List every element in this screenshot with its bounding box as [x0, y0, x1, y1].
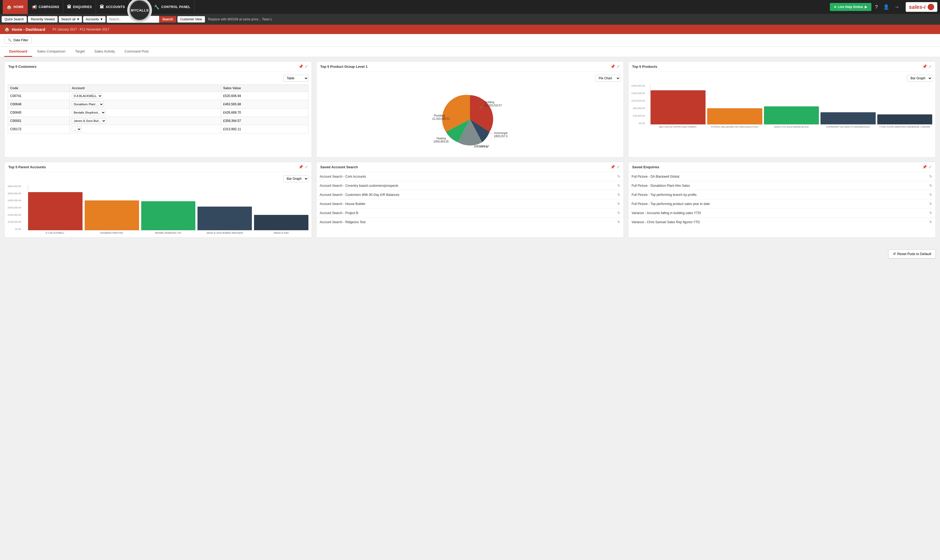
tab-target[interactable]: Target	[70, 47, 89, 57]
breadcrumb-date: P1 January 2017 - P11 November 2017	[52, 28, 109, 31]
customers-table: Code Account Sales Value C00741 D A BLAC…	[8, 85, 308, 134]
search-go-button[interactable]: Search	[159, 16, 176, 23]
panel-saved-enquiries-title: Saved Enquiries	[632, 165, 659, 169]
promo-text: Replace with 800339 at same price... Tea…	[208, 17, 272, 21]
controlpanel-icon: 🔧	[154, 5, 160, 10]
user-button[interactable]: 👤	[882, 2, 891, 12]
arrow-button[interactable]: →	[893, 3, 901, 12]
product-chart-selector[interactable]: Pie Chart Bar Graph	[595, 75, 620, 82]
list-item[interactable]: Full Picture - Donaldson Plant Hire Sale…	[628, 181, 935, 190]
panel-top5-customers-pin[interactable]: 📌	[298, 64, 303, 69]
recently-viewed-button[interactable]: Recently Viewed	[28, 16, 58, 23]
account-dropdown[interactable]: James & Sons Buil...	[72, 118, 106, 123]
list-item-icon: ↻	[617, 220, 620, 224]
reset-pods-button[interactable]: ↺ Reset Pods to Default	[888, 249, 936, 258]
account-dropdown[interactable]: Bentalls Shopfront...	[72, 110, 106, 115]
date-filter-button[interactable]: 🔍 Date Filter	[4, 37, 32, 44]
panel-top5-product-content: Pie Chart Bar Graph	[317, 72, 623, 157]
panel-saved-enquiries-pin[interactable]: 📌	[922, 165, 927, 169]
nav-controlpanel-label: CONTROL PANEL	[161, 5, 191, 9]
bar-2	[707, 108, 762, 124]
panel-saved-account-pin[interactable]: 📌	[611, 165, 615, 169]
products-chart-selector[interactable]: Bar Graph Pie Chart	[907, 75, 932, 82]
cell-account: Bentalls Shopfront...	[70, 109, 221, 117]
panel-top5-product-pin[interactable]: 📌	[611, 64, 615, 69]
col-account: Account	[70, 85, 221, 92]
customers-table-scroll[interactable]: Code Account Sales Value C00741 D A BLAC…	[8, 85, 308, 134]
tab-command-post[interactable]: Command Post	[120, 47, 154, 57]
account-dropdown[interactable]: ...	[72, 126, 82, 132]
cell-account: ...	[70, 125, 221, 134]
bar-col-3	[764, 106, 819, 124]
cell-code: C00645	[8, 109, 70, 117]
panel-top5-product-expand[interactable]: ⤢	[617, 64, 620, 69]
list-item[interactable]: Account Search - Project B↻	[317, 208, 623, 218]
panel-saved-enquiries-expand[interactable]: ⤢	[928, 165, 932, 169]
list-item[interactable]: Variance - Accounts falling in building …	[628, 208, 935, 218]
panel-saved-enquiries-header: Saved Enquiries 📌 ⤢	[628, 162, 935, 172]
breadcrumb-bar: 🏠 Home - Dashboard P1 January 2017 - P11…	[0, 25, 940, 34]
bar-4	[820, 112, 875, 124]
list-item[interactable]: Full Picture - Top performing branch by …	[628, 190, 935, 199]
quick-search-button[interactable]: Quick Search	[2, 16, 27, 23]
nav-campaigns[interactable]: 📢 CAMPAIGNS	[28, 0, 63, 14]
bar-labels: BAG CASTLE O/PORTLAND CEMENT GYPROC WALL…	[650, 126, 932, 128]
nav-enquiries-label: ENQUIRIES	[73, 5, 92, 9]
customers-view-selector[interactable]: Table Bar Graph	[283, 75, 308, 82]
table-row: C00645 Bentalls Shopfront... £426,668.70	[8, 109, 308, 117]
list-item[interactable]: Full Picture - Top performing product sa…	[628, 199, 935, 208]
breadcrumb-home-icon: 🏠	[4, 27, 10, 32]
home-icon: 🏠	[6, 5, 12, 10]
panel-top5-products-icons: 📌 ⤢	[922, 64, 932, 69]
customer-view-button[interactable]: Customer View	[177, 16, 205, 23]
parent-bar-chart: £600,000.00 £500,000.00 £400,000.00 £300…	[8, 185, 308, 234]
view-select-customers: Table Bar Graph	[8, 75, 308, 82]
help-button[interactable]: ?	[874, 3, 880, 12]
nav-campaigns-label: CAMPAIGNS	[38, 5, 59, 9]
list-item[interactable]: Account Search - Ridgeons Test↻	[317, 218, 623, 226]
cell-value: £313,992.11	[221, 125, 308, 134]
list-item[interactable]: Account Search - Cork Accounts↻	[317, 172, 623, 181]
panel-top5-products-pin[interactable]: 📌	[922, 64, 927, 69]
search-all-dropdown[interactable]: Search all ▼	[59, 16, 82, 23]
chart-type-product: Pie Chart Bar Graph	[320, 75, 620, 82]
top-navigation: 🏠 HOME 📢 CAMPAIGNS 🏛 ENQUIRIES 🏛 ACCOUNT…	[0, 0, 940, 14]
panel-top5-customers-expand[interactable]: ⤢	[305, 64, 308, 69]
nav-right-area: Live Help Online ▶ ? 👤 → sales-i	[830, 2, 937, 12]
list-item-icon: ↻	[929, 202, 932, 206]
account-dropdown[interactable]: Donaldson Plant ...	[72, 102, 104, 107]
svg-text:Building: Building	[485, 101, 494, 104]
accounts-dropdown[interactable]: Accounts ▼	[83, 16, 105, 23]
live-help-button[interactable]: Live Help Online ▶	[830, 3, 871, 11]
nav-home[interactable]: 🏠 HOME	[3, 0, 28, 14]
nav-accounts[interactable]: 🏛 ACCOUNTS	[96, 0, 129, 14]
svg-text:Plumbing: Plumbing	[434, 114, 445, 117]
bar-col-2	[707, 108, 762, 124]
cell-account: D A BLACKWELL	[70, 92, 221, 100]
nav-controlpanel[interactable]: 🔧 CONTROL PANEL	[150, 0, 194, 14]
svg-text:£809,267.63: £809,267.63	[494, 135, 508, 138]
account-dropdown[interactable]: D A BLACKWELL	[72, 93, 102, 98]
list-item[interactable]: Variance - Chris Samuel Sales Rep figure…	[628, 218, 935, 226]
tab-dashboard[interactable]: Dashboard	[4, 47, 32, 57]
panel-top5-customers-header: Top 5 Customers 📌 ⤢	[5, 62, 312, 72]
panel-saved-account-expand[interactable]: ⤢	[617, 165, 620, 169]
panel-saved-enquiries-content: Full Picture - DA Blackwell Global↻Full …	[628, 172, 935, 226]
logo: sales-i	[906, 2, 937, 12]
list-item[interactable]: Full Picture - DA Blackwell Global↻	[628, 172, 935, 181]
list-item-icon: ↻	[929, 183, 932, 188]
products-bar-chart: £200,000.00 £160,000.00 £120,000.00 £80,…	[632, 85, 932, 128]
parent-chart-selector[interactable]: Bar Graph Pie Chart	[283, 175, 308, 182]
list-item[interactable]: Account Search - Coventry based customer…	[317, 181, 623, 190]
list-item[interactable]: Account Search - Customers With 90 Day A…	[317, 190, 623, 199]
svg-text:£885,471.17: £885,471.17	[474, 145, 489, 148]
panel-top5-parent-expand[interactable]: ⤢	[305, 165, 308, 169]
tab-sales-comparison[interactable]: Sales Comparison	[32, 47, 70, 57]
panel-top5-products-expand[interactable]: ⤢	[928, 64, 932, 69]
table-row: C00648 Donaldson Plant ... £463,565.68	[8, 100, 308, 109]
table-row: C00001 James & Sons Buil... £359,394.57	[8, 117, 308, 125]
tab-sales-activity[interactable]: Sales Activity	[89, 47, 120, 57]
list-item[interactable]: Account Search - House Builder↻	[317, 199, 623, 208]
nav-enquiries[interactable]: 🏛 ENQUIRIES	[63, 0, 96, 14]
panel-top5-parent-pin[interactable]: 📌	[298, 165, 303, 169]
